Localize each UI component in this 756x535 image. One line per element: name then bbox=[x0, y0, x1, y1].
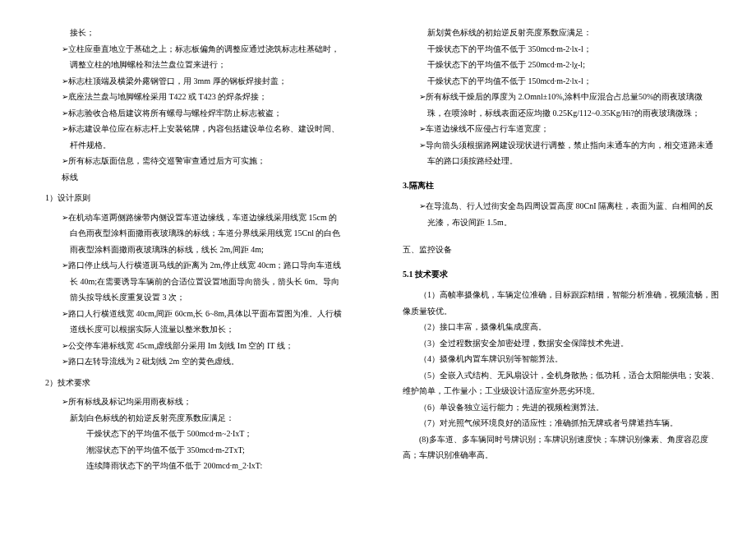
text-line: ➢路口人行横道线宽 40cm,间距 60cm,长 6~8m,具体以平面布置图为准… bbox=[45, 306, 345, 338]
text-line: （6）单设备独立运行能力；先进的视频检测算法。 bbox=[403, 399, 719, 416]
text-line: ➢公交停车港标线宽 45cm,虚线部分采用 Im 划线 Im 空的 IT 线； bbox=[45, 338, 345, 354]
text-line: 连续降雨状态下的平均值不低于 200mcd·m_2·IxT: bbox=[45, 458, 345, 474]
text-line: 新划黄色标线的初始逆反射亮度系数应满足： bbox=[403, 25, 719, 41]
text-line: ➢路口停止线与人行横道斑马线的距离为 2m,停止线宽 40cm；路口导向车道线长… bbox=[45, 257, 345, 306]
text-line: 干燥状态下的平均值不低于 350mcd·m-2·lx-l； bbox=[403, 41, 719, 58]
text-line: ➢立柱应垂直地立于基础之上；标志板偏角的调整应通过浇筑标志柱基础时，调整立柱的地… bbox=[45, 41, 345, 73]
text-line: （3）全过程数据安全加密处理，数据安全保障技术先进。 bbox=[403, 335, 719, 352]
text-line: 干燥状态下的平均值不低于 250mcd·m-2·lχ-l; bbox=[403, 57, 719, 73]
section-heading: 3.隔离柱 bbox=[403, 178, 719, 194]
section-heading: 5.1 技术要求 bbox=[403, 266, 719, 283]
text-line: 干燥状态下的平均值不低于 150mcd·m-2·lx-l； bbox=[403, 73, 719, 90]
subheading: 2）技术要求 bbox=[45, 375, 345, 391]
text-line: 新划白色标线的初始逆反射亮度系数应满足： bbox=[45, 410, 345, 427]
text-line: ➢标志建设单位应在标志杆上安装铭牌，内容包括建设单位名称、建设时间、杆件规格。 bbox=[45, 121, 345, 153]
subheading: 1）设计原则 bbox=[45, 190, 345, 206]
text-line: （7）对光照气候环境良好的适应性；准确抓拍无牌或者号牌遮挡车辆。 bbox=[403, 415, 719, 431]
text-line: ➢标志柱顶端及横梁外露钢管口，用 3mm 厚的钢板焊接封盖； bbox=[45, 73, 345, 90]
text-line: 干燥状态下的平均值不低于 500mcd·m~2·IxT； bbox=[45, 426, 345, 442]
text-line: 接长； bbox=[45, 25, 345, 41]
right-column: 新划黄色标线的初始逆反射亮度系数应满足： 干燥状态下的平均值不低于 350mcd… bbox=[378, 0, 756, 535]
text-line: ➢标志验收合格后建议将所有螺母与螺栓焊牢防止标志被盗； bbox=[45, 105, 345, 122]
text-line: ➢在机动车道两侧路缘带内侧设置车道边缘线，车道边缘线采用线宽 15cm 的白色雨… bbox=[45, 210, 345, 258]
text-line: ➢在导流岛、行人过街安全岛四周设置高度 80CnI 隔离柱，表面为蓝、白相间的反… bbox=[403, 198, 719, 230]
text-line: （2）接口丰富，摄像机集成度高。 bbox=[403, 319, 719, 335]
text-line: ➢车道边缘线不应侵占行车道宽度； bbox=[403, 121, 719, 137]
text-line: ➢所有标线干燥后的厚度为 2.Omnl±10%,涂料中应混合占总量50%的雨夜玻… bbox=[403, 89, 719, 121]
text-line: ➢底座法兰盘与地脚螺栓采用 T422 或 T423 的焊条焊接； bbox=[45, 89, 345, 105]
text-line: 潮湿状态下的平均值不低于 350mcd·m-2TxT; bbox=[45, 442, 345, 459]
text-line: 标线 bbox=[45, 169, 345, 186]
text-line: (8)多车道、多车辆同时号牌识别；车牌识别速度快；车牌识别像素、角度容忍度高；车… bbox=[403, 431, 719, 464]
text-line: ➢导向箭头须根据路网建设现状进行调整，禁止指向未通车的方向，相交道路未通车的路口… bbox=[403, 137, 719, 169]
text-line: （4）摄像机内置车牌识别等智能算法。 bbox=[403, 351, 719, 367]
text-line: ➢所有标线及标记均采用雨夜标线； bbox=[45, 394, 345, 410]
text-line: （1）高帧率摄像机，车辆定位准确，目标跟踪精细，智能分析准确，视频流畅，图像质量… bbox=[403, 287, 719, 319]
left-column: 接长； ➢立柱应垂直地立于基础之上；标志板偏角的调整应通过浇筑标志柱基础时，调整… bbox=[0, 0, 378, 535]
text-line: ➢路口左转导流线为 2 砒划线 2m 空的黄色虚线。 bbox=[45, 353, 345, 370]
section-heading: 五、监控设备 bbox=[403, 242, 719, 258]
text-line: ➢所有标志版面信息，需待交巡警审查通过后方可实施； bbox=[45, 153, 345, 169]
text-line: （5）全嵌入式结构、无风扇设计，全机身散热；低功耗，适合太阳能供电；安装、维护简… bbox=[403, 367, 719, 399]
